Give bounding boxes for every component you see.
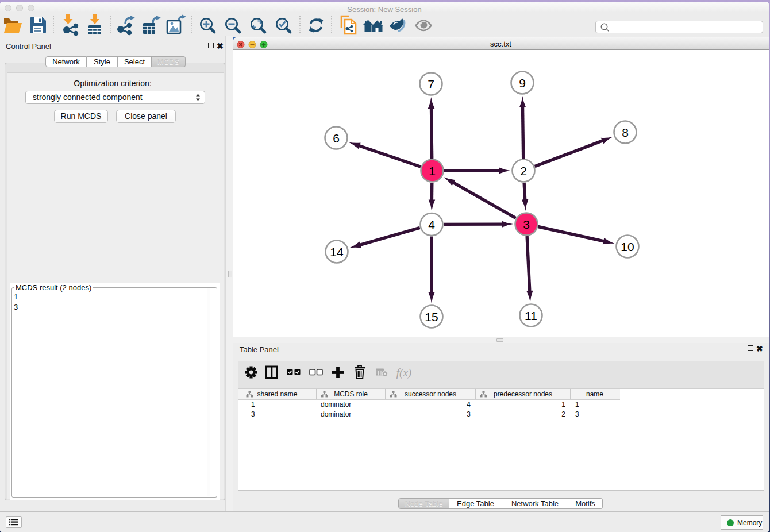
svg-text:3: 3 bbox=[523, 218, 530, 231]
svg-text:9: 9 bbox=[519, 76, 526, 90]
svg-text:2: 2 bbox=[520, 164, 527, 178]
svg-text:15: 15 bbox=[425, 310, 438, 323]
svg-text:f(x): f(x) bbox=[396, 367, 411, 379]
svg-text:4: 4 bbox=[428, 218, 435, 231]
svg-text:6: 6 bbox=[333, 132, 340, 145]
svg-text:14: 14 bbox=[330, 245, 344, 259]
svg-text:7: 7 bbox=[428, 78, 434, 91]
svg-text:11: 11 bbox=[525, 309, 537, 322]
svg-text:8: 8 bbox=[622, 126, 629, 139]
svg-text:1: 1 bbox=[429, 164, 436, 178]
svg-text:10: 10 bbox=[621, 240, 634, 253]
